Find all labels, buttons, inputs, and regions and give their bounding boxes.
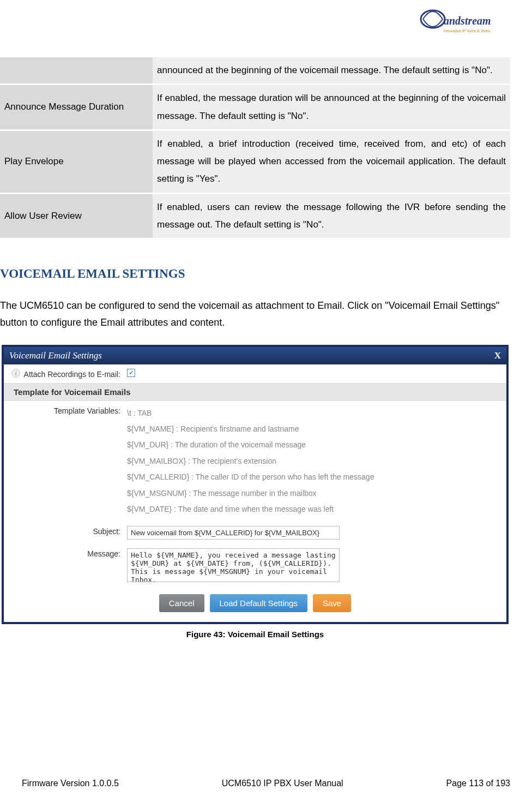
figure-caption: Figure 43: Voicemail Email Settings — [0, 630, 510, 639]
save-button[interactable]: Save — [313, 594, 351, 612]
subject-label: Subject: — [23, 526, 127, 536]
attach-recordings-label: Attach Recordings to E-mail: — [23, 369, 127, 379]
section-heading: VOICEMAIL EMAIL SETTINGS — [0, 267, 510, 281]
dialog-titlebar: Voicemail Email Settings X — [4, 347, 506, 364]
template-variables-list: \t : TAB ${VM_NAME} : Recipient's firstn… — [127, 405, 499, 518]
tv-line: \t : TAB — [127, 405, 499, 421]
template-variables-row: Template Variables: \t : TAB ${VM_NAME} … — [4, 401, 506, 522]
subject-input[interactable] — [127, 526, 340, 540]
svg-point-0 — [421, 10, 445, 28]
close-icon[interactable]: X — [494, 350, 501, 361]
tv-line: ${VM_MAILBOX} : The recipient's extensio… — [127, 453, 499, 469]
footer-manual-title: UCM6510 IP PBX User Manual — [222, 779, 343, 788]
table-row: Allow User Review If enabled, users can … — [0, 193, 510, 239]
message-label: Message: — [23, 548, 127, 558]
cell-desc: If enabled, a brief introduction (receiv… — [153, 130, 510, 193]
svg-text:Innovative IP Voice & Video: Innovative IP Voice & Video — [444, 29, 491, 33]
cell-label — [0, 57, 153, 85]
load-default-button[interactable]: Load Default Settings — [210, 594, 307, 612]
template-subhead: Template for Voicemail Emails — [4, 383, 506, 401]
page-footer: Firmware Version 1.0.0.5 UCM6510 IP PBX … — [22, 779, 510, 788]
footer-page-number: Page 113 of 193 — [446, 779, 510, 788]
subject-row: Subject: — [4, 522, 506, 544]
table-row: announced at the beginning of the voicem… — [0, 57, 510, 85]
attach-recordings-checkbox[interactable]: ✓ — [127, 369, 135, 377]
cell-desc: If enabled, the message duration will be… — [153, 85, 510, 130]
tv-line: ${VM_CALLERID} : The caller ID of the pe… — [127, 469, 499, 485]
template-variables-label: Template Variables: — [23, 405, 127, 415]
info-icon[interactable]: i — [11, 369, 20, 378]
tv-line: ${VM_MSGNUM} : The message number in the… — [127, 486, 499, 501]
attach-recordings-row: i Attach Recordings to E-mail: ✓ — [4, 364, 506, 383]
cell-label: Allow User Review — [0, 193, 153, 239]
tv-line: ${VM_NAME} : Recipient's firstname and l… — [127, 421, 499, 437]
cancel-button[interactable]: Cancel — [159, 594, 204, 612]
brand-logo: andstream Innovative IP Voice & Video — [418, 8, 510, 38]
settings-table: announced at the beginning of the voicem… — [0, 57, 510, 240]
tv-line: ${VM_DUR} : The duration of the voicemai… — [127, 437, 499, 453]
cell-desc: announced at the beginning of the voicem… — [153, 57, 510, 85]
message-row: Message: — [4, 544, 506, 586]
message-textarea[interactable] — [127, 548, 340, 582]
table-row: Play Envelope If enabled, a brief introd… — [0, 130, 510, 193]
voicemail-email-settings-dialog: Voicemail Email Settings X i Attach Reco… — [2, 345, 509, 625]
svg-text:andstream: andstream — [444, 15, 491, 27]
footer-firmware: Firmware Version 1.0.0.5 — [22, 779, 119, 788]
tv-line: ${VM_DATE} : The date and time when the … — [127, 501, 499, 517]
cell-label: Announce Message Duration — [0, 85, 153, 130]
dialog-title: Voicemail Email Settings — [9, 350, 102, 361]
cell-desc: If enabled, users can review the message… — [153, 193, 510, 239]
dialog-buttons: Cancel Load Default Settings Save — [4, 586, 506, 622]
section-paragraph: The UCM6510 can be configured to send th… — [0, 297, 510, 331]
table-row: Announce Message Duration If enabled, th… — [0, 85, 510, 130]
cell-label: Play Envelope — [0, 130, 153, 193]
